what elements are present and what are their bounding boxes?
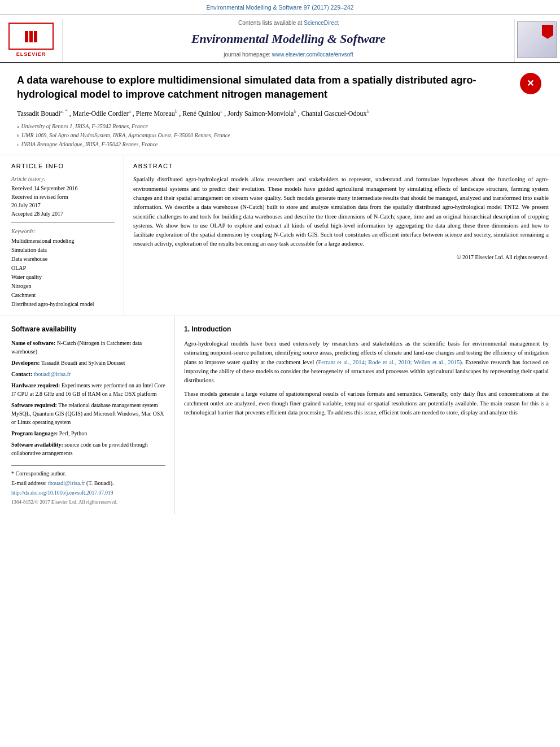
abstract-text: Spatially distributed agro-hydrological … — [133, 175, 549, 248]
introduction-column: 1. Introduction Agro-hydrological models… — [175, 316, 560, 514]
email-note: E-mail address: tbouadi@irisa.fr (T. Bou… — [11, 479, 165, 487]
sciencedirect-link[interactable]: ScienceDirect — [304, 20, 339, 26]
affil-c: c INRIA Bretagne Atlantique, IRISA, F-35… — [17, 140, 543, 148]
crossmark-inner — [520, 73, 541, 94]
info-divider — [11, 222, 115, 223]
software-item-contact: Contact: tbouadi@irisa.fr — [11, 370, 165, 378]
keyword-7: Catchment — [11, 291, 115, 300]
keyword-6: Nitrogen — [11, 282, 115, 291]
elsevier-text: ELSEVIER — [16, 51, 46, 58]
keyword-1: Multidimensional modeling — [11, 237, 115, 246]
corresponding-author-note: * Corresponding author. — [11, 469, 165, 478]
article-info-abstract-section: ARTICLE INFO Article history: Received 1… — [0, 155, 560, 316]
keyword-4: OLAP — [11, 264, 115, 273]
keyword-3: Data warehouse — [11, 255, 115, 264]
bottom-section: Software availability Name of software: … — [0, 316, 560, 514]
software-item-hardware: Hardware required: Experiments were perf… — [11, 381, 165, 398]
sciencedirect-line: Contents lists available at ScienceDirec… — [68, 19, 509, 27]
software-item-availability: Software availability: source code can b… — [11, 440, 165, 457]
abstract-column: ABSTRACT Spatially distributed agro-hydr… — [124, 155, 560, 316]
software-item-name: Name of software: N-Catch (Nitrogen in C… — [11, 339, 165, 356]
elsevier-col-2 — [29, 31, 33, 42]
article-title: A data warehouse to explore multidimensi… — [17, 73, 543, 101]
article-info-column: ARTICLE INFO Article history: Received 1… — [0, 155, 124, 316]
authors-list: Tassadit Bouadia, * , Marie-Odile Cordie… — [17, 108, 543, 119]
article-dates: Received 14 September 2016 Received in r… — [11, 184, 115, 218]
journal-homepage: journal homepage: www.elsevier.com/locat… — [68, 51, 509, 59]
elsevier-col-3 — [34, 31, 37, 42]
article-history-label: Article history: — [11, 175, 115, 183]
elsevier-columns — [25, 31, 37, 42]
copyright: © 2017 Elsevier Ltd. All rights reserved… — [133, 254, 549, 261]
software-item-language: Program language: Perl, Python — [11, 429, 165, 438]
issn-line: 1364-8152/© 2017 Elsevier Ltd. All right… — [11, 499, 165, 506]
software-item-developers: Developers: Tassadit Bouadi and Sylvain … — [11, 359, 165, 367]
affil-b: b UMR 1069, Sol Agro and HydroSystem, IN… — [17, 131, 543, 139]
article-info-heading: ARTICLE INFO — [11, 162, 115, 171]
journal-cover-image — [517, 21, 557, 58]
header-center: Contents lists available at ScienceDirec… — [62, 19, 515, 63]
abstract-heading: ABSTRACT — [133, 162, 549, 171]
elsevier-col-1 — [25, 31, 28, 42]
doi-line: http://dx.doi.org/10.1016/j.envsoft.2017… — [11, 488, 165, 497]
affiliations: a University of Rennes 1, IRISA, F-35042… — [17, 122, 543, 148]
crossmark-badge[interactable] — [518, 71, 543, 96]
contact-link[interactable]: tbouadi@irisa.fr — [34, 371, 71, 377]
keywords-label: Keywords: — [11, 228, 115, 235]
journal-title: Environmental Modelling & Software — [68, 30, 509, 48]
journal-header: ELSEVIER Contents lists available at Sci… — [0, 15, 560, 64]
keyword-8: Distributed agro-hydrological model — [11, 300, 115, 309]
software-item-software-req: Software required: The relational databa… — [11, 401, 165, 426]
intro-para2: These models generate a large volume of … — [184, 390, 549, 417]
footnote-section: * Corresponding author. E-mail address: … — [11, 465, 165, 506]
keyword-5: Water quality — [11, 273, 115, 282]
doi-link[interactable]: http://dx.doi.org/10.1016/j.envsoft.2017… — [11, 490, 113, 496]
elsevier-logo-box — [8, 23, 54, 50]
elsevier-logo: ELSEVIER — [0, 19, 62, 63]
software-heading: Software availability — [11, 324, 165, 334]
keyword-2: Simulation data — [11, 246, 115, 255]
software-column: Software availability Name of software: … — [0, 316, 175, 514]
footnote-email-link[interactable]: tbouadi@irisa.fr — [48, 480, 85, 486]
intro-heading: 1. Introduction — [184, 324, 549, 335]
affil-a: a University of Rennes 1, IRISA, F-35042… — [17, 122, 543, 130]
keywords-list: Multidimensional modeling Simulation dat… — [11, 237, 115, 309]
header-right-cover — [515, 19, 560, 63]
journal-reference: Environmental Modelling & Software 97 (2… — [0, 0, 560, 15]
article-header: A data warehouse to explore multidimensi… — [0, 63, 560, 155]
intro-para1: Agro-hydrological models have been used … — [184, 339, 549, 385]
homepage-link[interactable]: www.elsevier.com/locate/envsoft — [272, 51, 353, 58]
intro-ref-link[interactable]: Ferrant et al., 2014; Rode et al., 2010;… — [318, 359, 460, 365]
